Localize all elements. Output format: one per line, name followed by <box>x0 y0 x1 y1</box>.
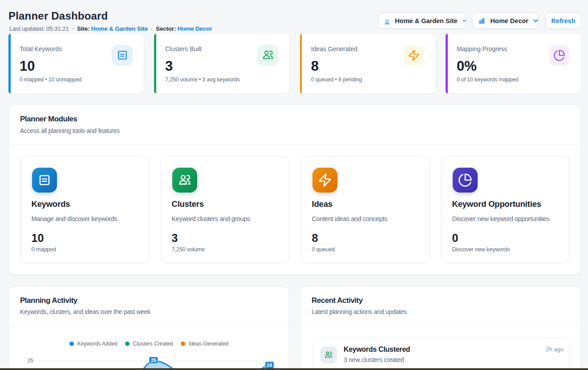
svg-text:24: 24 <box>267 362 272 368</box>
svg-text:25: 25 <box>151 358 156 363</box>
svg-text:25: 25 <box>28 358 34 364</box>
